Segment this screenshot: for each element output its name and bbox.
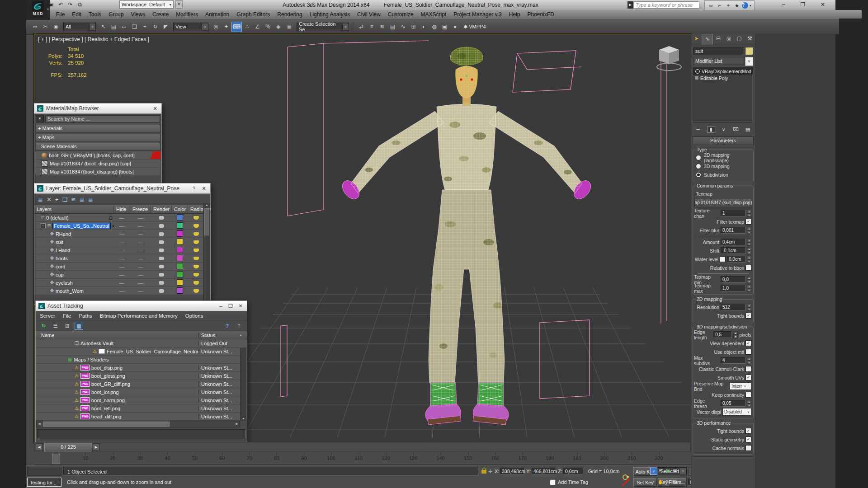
layer-row[interactable]: - ≣ Female_US_So...Neutral ✔ — — (34, 222, 210, 230)
asset-row[interactable]: ⚠ PNG head_diff.png Unknown St... (36, 413, 247, 421)
pan-hand-icon[interactable]: ✋ (657, 479, 664, 485)
shift-spinner[interactable]: ▲▼ (747, 247, 751, 254)
edge-length-field[interactable]: 0,5 (713, 331, 732, 338)
layer-color-swatch[interactable] (177, 287, 183, 294)
render-setup-icon[interactable]: ◍ (429, 22, 439, 32)
layer-row[interactable]: ❖ suit — — (34, 238, 210, 246)
scroll-left-icon[interactable]: ◀ (37, 421, 42, 427)
maximize-button[interactable]: ❐ (796, 1, 810, 9)
scroll-up-icon[interactable]: ▲ (235, 333, 247, 337)
radiosity-cell[interactable] (188, 239, 204, 245)
scene-materials-group-header[interactable]: - Scene Materials (35, 143, 160, 150)
filter-blur-field[interactable]: 0,001 (721, 227, 745, 234)
maximize-viewport-icon[interactable]: ◱ (672, 479, 678, 485)
radiosity-cell[interactable] (188, 223, 204, 229)
material-search-input[interactable]: Search by Name ... (45, 115, 160, 122)
render-toggle[interactable] (151, 231, 172, 237)
scroll-thumb[interactable] (43, 422, 170, 427)
layer-color-swatch[interactable] (177, 279, 183, 286)
render-toggle[interactable] (151, 215, 172, 221)
use-object-mtl-checkbox[interactable] (745, 349, 751, 355)
tab-hierarchy[interactable]: ⊟ (713, 34, 723, 45)
layer-row[interactable]: ❖ cord — — (34, 263, 210, 271)
amount-field[interactable]: 0,4cm (721, 239, 745, 245)
search-history-icon[interactable]: ▶ (627, 1, 633, 9)
render-toggle[interactable] (151, 239, 172, 245)
smooth-uvs-checkbox[interactable]: ✓ (745, 375, 751, 380)
texmap-button[interactable]: ap #1018347 (suit_disp.png) (694, 199, 752, 207)
vector-displ-dropdown[interactable]: Disabled∨ (722, 408, 751, 416)
filter-blur-spinner[interactable]: ▲▼ (747, 227, 751, 234)
col-layers[interactable]: Layers (34, 205, 114, 213)
layer-row[interactable]: ❖ RHand — — (34, 230, 210, 238)
color-cell[interactable] (172, 230, 188, 238)
layer-color-swatch[interactable] (177, 255, 183, 261)
col-name[interactable]: Name (36, 333, 198, 338)
close-icon[interactable]: ✕ (200, 186, 208, 192)
texmap-max-field[interactable]: 1,0 (721, 285, 745, 291)
material-item[interactable]: Map #1018347 (boot_disp.png) [cap] (35, 160, 160, 168)
track-bar[interactable]: 1020304050607080901001101201301401501601… (34, 452, 691, 465)
radio-2d-mapping[interactable] (696, 155, 701, 160)
view-dependent-checkbox[interactable]: ✓ (745, 340, 751, 346)
col-color[interactable]: Color (172, 205, 188, 213)
select-and-rotate-icon[interactable]: ↻ (150, 22, 160, 32)
asset-name[interactable]: boot_gloss.png (91, 373, 125, 379)
list-view-icon[interactable]: ☰ (51, 322, 60, 330)
ats-menu-item[interactable]: Bitmap Performance and Memory (100, 313, 178, 319)
asset-tracking-window[interactable]: Asset Tracking – ❐ ✕ ServerFilePathsBitm… (35, 300, 247, 442)
layer-name[interactable]: boots (56, 256, 68, 261)
hide-toggle[interactable]: — (114, 280, 130, 286)
redo-icon[interactable]: ↷ (66, 0, 75, 9)
viewport-label[interactable]: [ + ] [ Perspective ] [ Realistic + Edge… (38, 36, 149, 42)
lightbulb-icon[interactable] (695, 69, 700, 74)
menu-item[interactable]: Graph Editors (233, 11, 274, 18)
selection-filter-dropdown[interactable]: All˅ (63, 23, 96, 31)
tab-display[interactable]: ▢ (734, 34, 745, 45)
render-toggle[interactable] (151, 248, 172, 253)
undo-icon[interactable]: ↶ (57, 0, 65, 9)
edge-length-spinner[interactable]: ▲▼ (733, 331, 738, 338)
radiosity-cell[interactable] (188, 215, 204, 221)
layer-window-titlebar[interactable]: Layer: Female_US_Soldier_Camouflage_Neut… (34, 183, 210, 194)
asset-row[interactable]: ⚠ PNG boot_norm.png Unknown St... (36, 396, 247, 404)
asset-row[interactable]: ⚠ PNG boot_ior.png Unknown St... (36, 388, 247, 396)
radiosity-cell[interactable] (188, 288, 204, 294)
freeze-toggle[interactable]: — (130, 215, 151, 221)
layer-manager-icon[interactable]: ≋ (377, 22, 387, 32)
delete-layer-icon[interactable]: ✕ (47, 196, 52, 203)
freeze-toggle[interactable]: — (130, 272, 151, 277)
graphite-ribbon-icon[interactable]: ▤ (387, 22, 398, 32)
render-production-icon[interactable]: ● (450, 22, 460, 32)
freeze-toggle[interactable]: — (130, 248, 151, 253)
materials-group-header[interactable]: + Materials (35, 125, 160, 132)
color-cell[interactable] (172, 263, 188, 270)
asset-name[interactable]: Female_US_Soldier_Camouflage_Neutral_Pos… (107, 349, 198, 354)
close-icon[interactable]: ✕ (151, 106, 159, 112)
texmap-max-spinner[interactable]: ▲▼ (747, 285, 751, 291)
layer-window[interactable]: Layer: Female_US_Soldier_Camouflage_Neut… (34, 183, 211, 305)
asset-row[interactable]: ⚠ PNG boot_refl.png Unknown St... (36, 404, 247, 413)
radiosity-cell[interactable] (188, 272, 204, 277)
application-menu-button[interactable]: MXD ▾ (26, 0, 50, 20)
tab-motion[interactable]: ◎ (724, 34, 734, 45)
perf-tight-bounds-checkbox[interactable]: ✓ (745, 428, 751, 434)
time-slider[interactable]: ◀ 0 / 225 ▶ (34, 442, 691, 451)
infocenter-search-input[interactable]: Type a keyword or phrase (633, 1, 699, 9)
workspace-selector[interactable]: Workspace: Default▾ (119, 0, 174, 9)
transform-gizmo-icon[interactable]: ✛ (488, 469, 492, 474)
radio-3d-mapping[interactable] (696, 164, 701, 169)
color-cell[interactable] (172, 247, 188, 254)
selection-lock-icon[interactable] (481, 470, 486, 474)
radiosity-cell[interactable] (188, 264, 204, 269)
relative-bbox-checkbox[interactable] (745, 265, 751, 271)
layer-color-swatch[interactable] (177, 222, 183, 229)
ats-menu-item[interactable]: Paths (79, 313, 92, 319)
tight-bounds-checkbox[interactable]: ✓ (745, 313, 751, 319)
layer-name[interactable]: mouth_Wom (56, 288, 84, 294)
material-browser-titlebar[interactable]: Material/Map Browser ✕ (34, 103, 161, 114)
select-object-icon[interactable]: ↖ (98, 22, 108, 32)
select-by-name-icon[interactable]: ▤ (108, 22, 119, 32)
hide-toggle[interactable]: — (114, 264, 130, 269)
asset-name[interactable]: boot_disp.png (91, 365, 123, 371)
